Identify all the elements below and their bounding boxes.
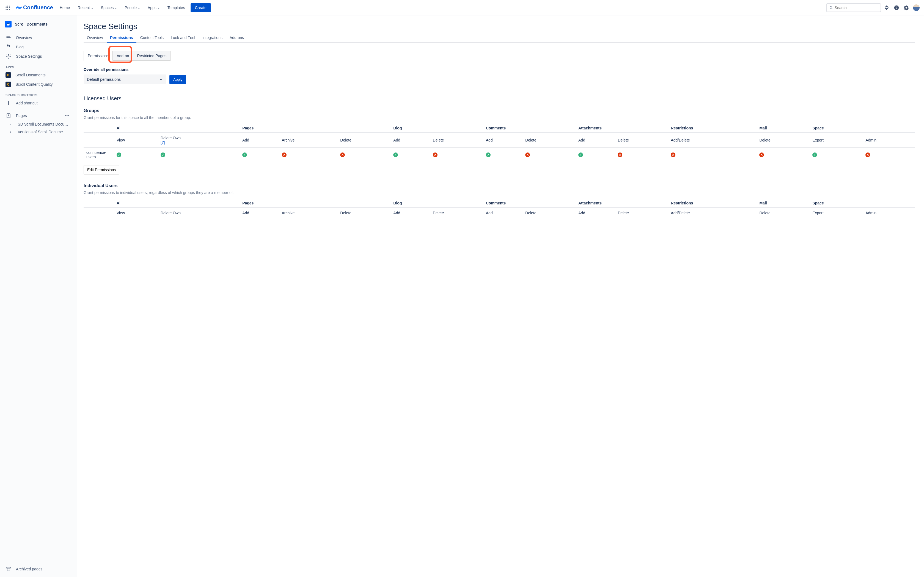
edit-permissions-button[interactable]: Edit Permissions bbox=[84, 165, 120, 174]
more-icon[interactable]: ••• bbox=[65, 113, 71, 118]
settings-tabs: Overview Permissions Content Tools Look … bbox=[84, 33, 915, 43]
scroll-quality-icon: Q bbox=[5, 82, 11, 87]
pages-icon bbox=[5, 113, 11, 118]
permission-cell: ✕ bbox=[430, 148, 483, 162]
confluence-logo[interactable]: Confluence bbox=[13, 5, 55, 11]
archive-icon bbox=[5, 566, 11, 572]
group-name: confluence-users bbox=[84, 148, 114, 162]
app-scroll-quality[interactable]: Q Scroll Content Quality bbox=[2, 80, 74, 89]
check-icon: ✓ bbox=[161, 153, 165, 157]
svg-rect-14 bbox=[7, 23, 9, 24]
space-header[interactable]: Scroll Documents bbox=[2, 19, 74, 30]
check-icon: ✓ bbox=[813, 153, 817, 157]
create-button[interactable]: Create bbox=[191, 3, 211, 12]
chevron-down-icon: ⌄ bbox=[158, 6, 160, 9]
svg-point-3 bbox=[6, 7, 6, 8]
nav-templates[interactable]: Templates bbox=[164, 3, 188, 12]
archived-pages[interactable]: Archived pages bbox=[2, 564, 75, 574]
tab-look-feel[interactable]: Look and Feel bbox=[168, 33, 199, 43]
tab-addons[interactable]: Add-ons bbox=[226, 33, 247, 43]
confluence-icon bbox=[15, 5, 22, 11]
help-icon[interactable]: ? bbox=[892, 3, 901, 12]
override-heading: Override all permissions bbox=[84, 67, 915, 72]
check-icon: ✓ bbox=[242, 153, 247, 157]
logo-text: Confluence bbox=[23, 5, 53, 11]
settings-icon[interactable] bbox=[902, 3, 911, 12]
permission-cell: ✓ bbox=[239, 148, 279, 162]
permission-cell: ✕ bbox=[522, 148, 575, 162]
chevron-right-icon: › bbox=[10, 122, 11, 126]
individual-permissions-table: All Pages Blog Comments Attachments Rest… bbox=[84, 199, 915, 218]
table-header-row: All Pages Blog Comments Attachments Rest… bbox=[84, 199, 915, 208]
licensed-users-heading: Licensed Users bbox=[84, 95, 915, 102]
tree-item[interactable]: › Versions of Scroll Docume… bbox=[2, 128, 74, 136]
chevron-down-icon: ⌄ bbox=[115, 6, 117, 9]
add-shortcut[interactable]: Add shortcut bbox=[2, 98, 74, 108]
sidebar-blog[interactable]: Blog bbox=[2, 42, 74, 52]
svg-line-10 bbox=[832, 8, 832, 9]
cross-icon: ✕ bbox=[525, 153, 530, 157]
notifications-icon[interactable] bbox=[882, 3, 891, 12]
apps-heading: APPS bbox=[2, 61, 74, 70]
svg-rect-23 bbox=[7, 568, 10, 571]
svg-rect-15 bbox=[6, 36, 10, 37]
subtab-restricted[interactable]: Restricted Pages bbox=[133, 51, 171, 61]
svg-point-7 bbox=[7, 9, 8, 10]
table-header-row: All Pages Blog Comments Attachments Rest… bbox=[84, 124, 915, 133]
profile-avatar[interactable] bbox=[912, 3, 921, 12]
permissions-select[interactable]: Default permissions bbox=[84, 74, 166, 84]
groups-desc: Grant permissions for this space to all … bbox=[84, 115, 915, 120]
subtab-permissions[interactable]: Permissions bbox=[84, 51, 113, 61]
groups-heading: Groups bbox=[84, 108, 915, 113]
check-icon: ✓ bbox=[393, 153, 398, 157]
check-icon: ✓ bbox=[116, 153, 121, 157]
sidebar-pages[interactable]: Pages ••• bbox=[2, 111, 74, 120]
permission-cell: ✓ bbox=[575, 148, 615, 162]
gear-icon bbox=[5, 53, 11, 59]
cross-icon: ✕ bbox=[759, 153, 764, 157]
svg-rect-17 bbox=[6, 39, 9, 39]
apply-button[interactable]: Apply bbox=[170, 75, 186, 84]
main-content: Space Settings Overview Permissions Cont… bbox=[77, 15, 924, 577]
cross-icon: ✕ bbox=[433, 153, 438, 157]
nav-recent[interactable]: Recent⌄ bbox=[74, 3, 96, 12]
nav-apps[interactable]: Apps⌄ bbox=[144, 3, 163, 12]
avatar-icon bbox=[913, 5, 919, 11]
svg-point-2 bbox=[9, 5, 10, 6]
chevron-down-icon: ⌄ bbox=[91, 6, 93, 9]
permission-cell: ✕ bbox=[338, 148, 391, 162]
nav-people[interactable]: People⌄ bbox=[121, 3, 143, 12]
permission-cell: ✓ bbox=[483, 148, 522, 162]
permission-cell: ✓ bbox=[391, 148, 430, 162]
tree-item[interactable]: › SD Scroll Documents Docu… bbox=[2, 120, 74, 128]
app-scroll-documents[interactable]: D Scroll Documents bbox=[2, 70, 74, 80]
permissions-subtabs: Permissions Add-on Restricted Pages bbox=[84, 51, 171, 61]
svg-point-18 bbox=[8, 56, 9, 57]
individual-users-heading: Individual Users bbox=[84, 183, 915, 188]
search-input[interactable] bbox=[826, 3, 881, 12]
help-link[interactable]: [?] bbox=[161, 140, 165, 145]
tab-overview[interactable]: Overview bbox=[84, 33, 106, 43]
tab-permissions[interactable]: Permissions bbox=[107, 33, 136, 43]
scroll-documents-icon: D bbox=[5, 72, 11, 78]
svg-point-0 bbox=[6, 5, 6, 6]
overview-icon bbox=[5, 35, 11, 40]
individual-users-desc: Grant permissions to individual users, r… bbox=[84, 190, 915, 195]
nav-home[interactable]: Home bbox=[57, 3, 73, 12]
permission-cell: ✓ bbox=[158, 148, 239, 162]
app-switcher-icon[interactable] bbox=[3, 3, 12, 12]
sidebar-overview[interactable]: Overview bbox=[2, 33, 74, 42]
chevron-down-icon: ⌄ bbox=[138, 6, 140, 9]
cross-icon: ✕ bbox=[618, 153, 622, 157]
cross-icon: ✕ bbox=[671, 153, 675, 157]
search-field[interactable] bbox=[835, 5, 878, 10]
check-icon: ✓ bbox=[486, 153, 491, 157]
page-title: Space Settings bbox=[84, 22, 915, 31]
svg-point-5 bbox=[9, 7, 10, 8]
tab-integrations[interactable]: Integrations bbox=[199, 33, 226, 43]
sidebar-space-settings[interactable]: Space Settings bbox=[2, 52, 74, 61]
subtab-addon[interactable]: Add-on bbox=[113, 51, 133, 61]
shortcuts-heading: SPACE SHORTCUTS bbox=[2, 89, 74, 98]
tab-content-tools[interactable]: Content Tools bbox=[137, 33, 167, 43]
nav-spaces[interactable]: Spaces⌄ bbox=[98, 3, 120, 12]
